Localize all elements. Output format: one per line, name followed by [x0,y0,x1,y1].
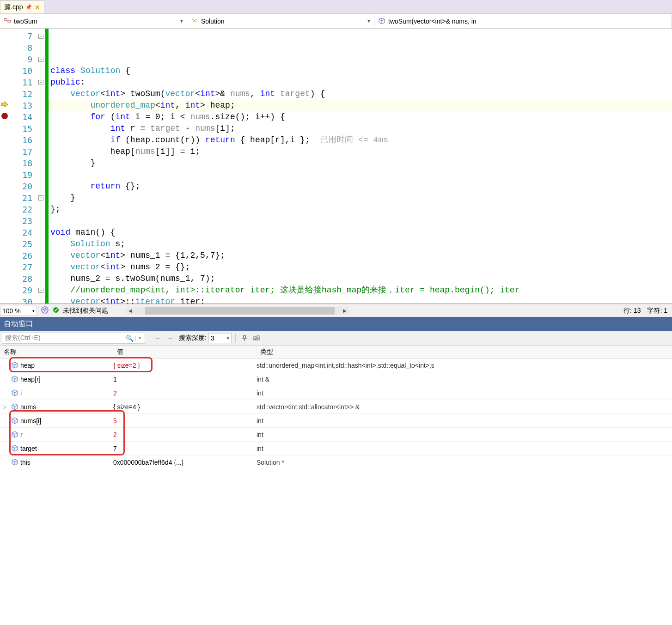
code-line[interactable] [49,215,672,227]
variable-value[interactable]: 2 [113,431,257,438]
grid-body: heap{ size=2 }std::unordered_map<int,int… [0,358,672,469]
zoom-dropdown[interactable]: 100 % ▾ [0,306,37,316]
line-number: 17 [9,146,32,158]
scope-icon [4,17,11,25]
variable-type: std::unordered_map<int,int,std::hash<int… [257,362,672,369]
folding-column[interactable]: −−−−− [37,29,45,303]
breakpoint-icon[interactable] [1,113,8,119]
fold-toggle[interactable]: − [38,195,43,200]
header-type[interactable]: 类型 [257,348,672,356]
code-line[interactable]: } [49,158,672,169]
code-content[interactable]: class Solution {public: vector<int> twoS… [49,29,672,303]
variable-row[interactable]: i2int [0,386,672,400]
header-value[interactable]: 值 [113,348,257,356]
code-line[interactable]: public: [49,77,672,88]
fold-toggle[interactable]: − [38,34,43,39]
line-number: 21 [9,192,32,204]
code-line[interactable]: }; [49,204,672,215]
code-line[interactable]: return {}; [49,181,672,192]
change-indicator [45,29,49,303]
svg-text:b: b [257,337,259,340]
code-line[interactable] [49,169,672,181]
variable-row[interactable]: heap{ size=2 }std::unordered_map<int,int… [0,358,672,372]
grid-header[interactable]: 名称 值 类型 [0,346,672,358]
fold-toggle[interactable]: − [38,288,43,293]
code-line[interactable]: Solution s; [49,238,672,250]
pin-tool-icon[interactable] [239,333,250,343]
member-dropdown[interactable]: twoSum(vector<int>& nums, in [374,14,672,28]
code-line[interactable]: vector<int> twoSum(vector<int>& nums, in… [49,88,672,100]
variable-value[interactable]: 5 [113,417,257,425]
variable-value[interactable]: { size=4 } [113,403,257,411]
fold-toggle[interactable]: − [38,57,43,62]
nav-back-button[interactable]: ← [153,333,163,343]
variable-name: this [20,459,113,466]
separator [235,334,236,343]
variable-value[interactable]: 1 [113,376,257,383]
editor-status-bar: 100 % ▾ 未找到相关问题 ◀ ▶ 行: 13 字符: 1 [0,304,672,317]
variable-value[interactable]: { size=2 } [113,362,257,369]
code-line[interactable]: vector<int> nums_2 = {}; [49,261,672,273]
code-line[interactable]: int r = target - nums[i]; [49,123,672,134]
variable-row[interactable]: nums[i]5int [0,414,672,428]
class-dropdown[interactable]: Solution ▼ [187,14,374,28]
issues-status[interactable]: 未找到相关问题 [53,307,108,315]
code-editor[interactable]: 7891011121314151617181920212223242526272… [0,29,672,304]
code-line[interactable]: class Solution { [49,65,672,77]
code-line[interactable]: heap[nums[i]] = i; [49,146,672,158]
close-icon[interactable]: ✕ [35,4,40,11]
code-line[interactable]: unordered_map<int, int> heap; [49,100,672,111]
tab-filename: 源.cpp [4,3,23,12]
line-number: 11 [9,77,32,88]
variable-row[interactable]: r2int [0,428,672,442]
code-line[interactable]: if (heap.count(r)) return { heap[r],i };… [49,134,672,146]
display-format-icon[interactable]: ab [251,333,262,343]
code-line[interactable]: vector<int> nums_1 = {1,2,5,7}; [49,250,672,261]
autos-panel-title: 自动窗口 [0,317,672,331]
fold-toggle[interactable]: − [38,80,43,85]
line-number: 30 [9,296,32,304]
line-number: 10 [9,65,32,77]
variable-value[interactable]: 7 [113,445,257,452]
variable-row[interactable]: heap[r]1int & [0,372,672,386]
code-line[interactable]: void main() { [49,227,672,238]
line-number: 14 [9,111,32,123]
depth-label: 搜索深度: [179,334,207,342]
variable-value[interactable]: 2 [113,389,257,397]
search-input[interactable]: 搜索(Ctrl+E) 🔍 ▼ [2,333,145,344]
search-dropdown-icon[interactable]: ▼ [135,336,142,340]
search-icon[interactable]: 🔍 [126,334,134,342]
line-number: 18 [9,158,32,169]
variable-type: int [257,431,672,438]
file-tab[interactable]: 源.cpp 📌 ✕ [0,0,44,13]
code-line[interactable]: } [49,192,672,204]
line-number: 25 [9,238,32,250]
scope-dropdown[interactable]: twoSum ▼ [0,14,187,28]
health-icon[interactable] [41,306,49,316]
variable-row[interactable]: this0x000000ba7feff6d4 {...}Solution * [0,455,672,469]
class-icon [191,17,198,25]
scrollbar-thumb[interactable] [145,307,335,315]
scroll-left-icon[interactable]: ◀ [127,307,134,315]
variable-row[interactable]: target7int [0,442,672,455]
line-number: 16 [9,134,32,146]
pin-icon[interactable]: 📌 [25,4,32,10]
variable-name: heap [20,362,113,369]
horizontal-scrollbar[interactable]: ◀ ▶ [127,307,348,315]
code-line[interactable]: vector<int>::iterator iter; [49,296,672,303]
depth-spinner[interactable]: 3 ▾ [208,333,232,343]
glyph-margin[interactable] [0,29,9,303]
code-line[interactable]: nums_2 = s.twoSum(nums_1, 7); [49,273,672,285]
class-text: Solution [201,18,225,25]
nav-forward-button[interactable]: → [165,333,175,343]
code-line[interactable]: for (int i = 0; i < nums.size(); i++) { [49,111,672,123]
variable-icon [11,459,18,466]
variable-row[interactable]: ▷nums{ size=4 }std::vector<int,std::allo… [0,400,672,414]
code-line[interactable]: //unordered_map<int, int>::iterator iter… [49,285,672,296]
scroll-right-icon[interactable]: ▶ [341,307,348,315]
check-icon [53,307,59,315]
header-name[interactable]: 名称 [0,348,113,356]
member-text: twoSum(vector<int>& nums, in [388,18,477,25]
variable-value[interactable]: 0x000000ba7feff6d4 {...} [113,459,257,466]
expand-toggle[interactable]: ▷ [0,404,9,409]
